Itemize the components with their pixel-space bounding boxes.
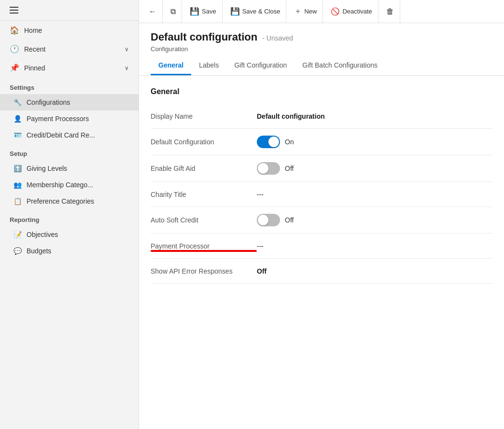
enable-gift-aid-value: Off	[257, 162, 492, 175]
open-button[interactable]: ⧉	[165, 0, 182, 23]
field-row-payment-processor: Payment Processor ---	[151, 234, 492, 259]
sidebar-item-preference-categories[interactable]: 📋 Preference Categories	[0, 193, 139, 209]
field-row-show-api-error: Show API Error Responses Off	[151, 259, 492, 284]
sidebar-item-configurations[interactable]: 🔧 Configurations	[0, 94, 139, 111]
default-configuration-label: Default Configuration	[151, 138, 257, 146]
payment-processor-label: Payment Processor	[151, 242, 257, 250]
sidebar-item-objectives[interactable]: 📝 Objectives	[0, 226, 139, 243]
setup-section-title: Setup	[0, 143, 139, 160]
sidebar-item-payment-processors[interactable]: 👤 Payment Processors	[0, 111, 139, 127]
sidebar-item-credit-debit[interactable]: 🪪 Credit/Debit Card Re...	[0, 127, 139, 143]
page-type: Configuration	[151, 45, 492, 53]
toolbar: ← ⧉ 💾 Save 💾 Save & Close ＋ New 🚫 Deacti…	[139, 0, 504, 23]
auto-soft-credit-toggle[interactable]	[257, 214, 280, 226]
home-icon: 🏠	[10, 26, 19, 35]
red-annotation-underline	[151, 250, 257, 252]
default-configuration-toggle-label: On	[285, 138, 294, 146]
delete-button[interactable]: 🗑	[380, 0, 400, 23]
unsaved-label: - Unsaved	[262, 34, 293, 42]
sidebar-item-recent[interactable]: 🕐 Recent ∨	[0, 40, 139, 58]
default-configuration-toggle-container: On	[257, 136, 492, 148]
save-close-button[interactable]: 💾 Save & Close	[224, 0, 287, 23]
sidebar-header	[0, 0, 139, 21]
save-close-icon: 💾	[230, 7, 240, 16]
settings-section-title: Settings	[0, 77, 139, 94]
tab-general[interactable]: General	[151, 56, 191, 75]
delete-icon: 🗑	[386, 7, 394, 16]
payment-processor-value: ---	[257, 242, 492, 250]
general-section-title: General	[151, 87, 492, 96]
tab-gift-configuration[interactable]: Gift Configuration	[226, 56, 294, 75]
show-api-error-value: Off	[257, 267, 492, 275]
sidebar-item-pinned[interactable]: 📌 Pinned ∨	[0, 58, 139, 77]
sidebar-item-giving-levels[interactable]: ⬆️ Giving Levels	[0, 160, 139, 177]
auto-soft-credit-label: Auto Soft Credit	[151, 216, 257, 224]
chevron-down-icon: ∨	[125, 65, 129, 71]
page-header: Default configuration - Unsaved Configur…	[139, 23, 504, 76]
enable-gift-aid-toggle-label: Off	[285, 165, 294, 172]
deactivate-button[interactable]: 🚫 Deactivate	[325, 0, 378, 23]
new-icon: ＋	[294, 6, 302, 16]
sidebar-item-membership-catego[interactable]: 👥 Membership Catego...	[0, 177, 139, 193]
hamburger-icon[interactable]	[8, 5, 20, 15]
sidebar: 🏠 Home 🕐 Recent ∨ 📌 Pinned ∨ Settings 🔧 …	[0, 0, 139, 429]
budgets-icon: 💬	[14, 247, 22, 255]
toggle-knob	[258, 163, 268, 174]
save-icon: 💾	[190, 7, 199, 16]
default-configuration-value: On	[257, 136, 492, 148]
field-row-enable-gift-aid: Enable Gift Aid Off	[151, 155, 492, 182]
back-button[interactable]: ←	[143, 0, 163, 23]
main-content: ← ⧉ 💾 Save 💾 Save & Close ＋ New 🚫 Deacti…	[139, 0, 504, 429]
save-button[interactable]: 💾 Save	[184, 0, 223, 23]
card-icon: 🪪	[14, 131, 22, 139]
tab-gift-batch-configurations[interactable]: Gift Batch Configurations	[294, 56, 385, 75]
new-button[interactable]: ＋ New	[288, 0, 323, 23]
objectives-icon: 📝	[14, 231, 22, 238]
page-title: Default configuration	[151, 31, 257, 43]
sidebar-item-budgets[interactable]: 💬 Budgets	[0, 243, 139, 259]
sidebar-item-home[interactable]: 🏠 Home	[0, 21, 139, 40]
back-icon: ←	[149, 7, 156, 16]
tab-labels[interactable]: Labels	[191, 56, 226, 75]
toggle-knob	[258, 215, 268, 225]
display-name-label: Display Name	[151, 112, 257, 120]
pin-icon: 📌	[10, 63, 19, 72]
charity-title-value: ---	[257, 191, 492, 198]
charity-title-label: Charity Title	[151, 191, 257, 198]
deactivate-icon: 🚫	[331, 7, 340, 16]
field-row-charity-title: Charity Title ---	[151, 182, 492, 207]
enable-gift-aid-toggle[interactable]	[257, 162, 280, 175]
chevron-down-icon: ∨	[125, 46, 129, 53]
giving-levels-icon: ⬆️	[14, 165, 22, 172]
auto-soft-credit-toggle-container: Off	[257, 214, 492, 226]
enable-gift-aid-label: Enable Gift Aid	[151, 165, 257, 172]
content-area: General Display Name Default configurati…	[139, 76, 504, 429]
open-icon: ⧉	[170, 7, 176, 16]
configurations-icon: 🔧	[14, 98, 22, 106]
preference-icon: 📋	[14, 197, 22, 205]
enable-gift-aid-toggle-container: Off	[257, 162, 492, 175]
auto-soft-credit-toggle-label: Off	[285, 216, 294, 224]
field-row-auto-soft-credit: Auto Soft Credit Off	[151, 207, 492, 234]
tabs-container: General Labels Gift Configuration Gift B…	[151, 56, 492, 75]
reporting-section-title: Reporting	[0, 209, 139, 226]
display-name-value: Default configuration	[257, 112, 492, 120]
membership-icon: 👥	[14, 181, 22, 189]
toggle-knob	[268, 137, 279, 147]
field-row-default-configuration: Default Configuration On	[151, 129, 492, 155]
auto-soft-credit-value: Off	[257, 214, 492, 226]
field-row-display-name: Display Name Default configuration	[151, 104, 492, 129]
clock-icon: 🕐	[10, 44, 19, 54]
show-api-error-label: Show API Error Responses	[151, 267, 257, 275]
default-configuration-toggle[interactable]	[257, 136, 280, 148]
payment-processors-icon: 👤	[14, 115, 22, 123]
